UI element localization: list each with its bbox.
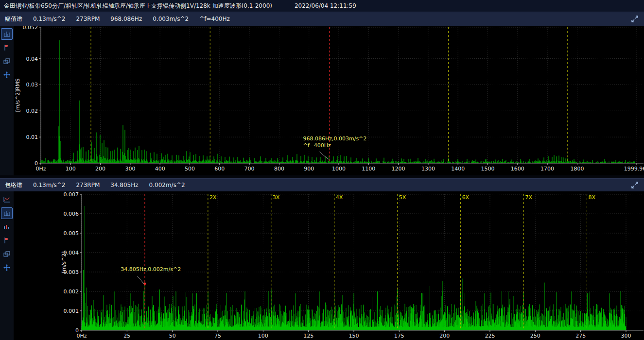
amplitude-panel-body: 00.010.020.030.040.0520Hz100200300400500… [0,26,644,175]
envelope-spectrum-chart[interactable]: 00.0010.0020.0030.0040.0050.0060.0070Hz2… [14,191,644,340]
harmonic-cursor-label: 8X [589,194,596,201]
harmonic-cursor-label: 5X [399,194,406,201]
overlay-windows-icon[interactable] [1,55,13,67]
harmonic-cursor-label: 7X [525,194,533,201]
harmonic-cursor-label: 4X [336,194,343,201]
title-bar: 金田铜业/板带650分厂/粗轧区/轧机轧辊轴承座/轴承座上支撑辊传动侧1V/12… [0,0,644,12]
harmonic-cursor-label: 6X [462,194,470,201]
x-tick-label: 600 [214,166,225,172]
x-tick-label: 800 [274,166,284,172]
x-tick-label: 0Hz [76,333,87,339]
overlay-windows-icon[interactable] [1,248,13,260]
cursor-amplitude: 0.003m/s^2 [153,16,189,22]
y-tick-label: 0.01 [26,134,38,140]
peak-marker-dot [144,283,146,285]
y-tick-label: 0.007 [64,191,79,198]
amplitude-panel-title: 幅值谱 [5,15,22,23]
x-tick-label: 25 [123,333,130,339]
harmonic-cursor-label: 2X [209,194,217,201]
x-tick-label: 1999.961 [624,166,644,172]
x-tick-label: 400 [155,166,165,172]
amplitude-panel-header: 幅值谱 0.13m/s^2 273RPM 968.086Hz 0.003m/s^… [0,12,644,26]
spectrum-view-icon[interactable] [1,28,13,40]
x-tick-label: 300 [621,333,631,339]
x-tick-label: 0Hz [35,166,46,172]
x-tick-label: 1100 [362,166,375,172]
trend-view-icon[interactable] [1,194,13,205]
x-tick-label: 1500 [481,166,495,172]
measurement-path: 金田铜业/板带650分厂/粗轧区/轧机轧辊轴承座/轴承座上支撑辊传动侧1V/12… [4,2,272,10]
cursor-frequency: 968.086Hz [110,16,142,22]
y-tick-label: 0.005 [64,230,79,237]
x-tick-label: 1200 [392,166,405,172]
y-tick-label: 0.02 [26,108,38,114]
expand-chart-icon[interactable] [630,15,639,23]
pan-move-icon[interactable] [1,262,13,273]
expand-chart-icon[interactable] [630,181,639,189]
amplitude-chart-toolbar [0,26,14,175]
x-tick-label: 175 [394,333,404,339]
spectrum-view-icon[interactable] [1,207,13,219]
envelope-panel-title: 包络谱 [5,181,22,189]
cursor-annotation: 968.086Hz,0.003m/s^2 [303,136,366,142]
x-tick-label: 225 [485,333,495,339]
envelope-panel-body: 00.0010.0020.0030.0040.0050.0060.0070Hz2… [0,191,644,340]
cursor-annotation: ^f=400Hz [303,142,331,149]
x-tick-label: 100 [66,166,76,172]
amplitude-spectrum-chart[interactable]: 00.010.020.030.040.0520Hz100200300400500… [14,26,644,175]
y-axis-title: [m/s^2]RMS [15,78,21,112]
x-tick-label: 200 [439,333,450,339]
x-tick-label: 100 [258,333,268,339]
measurement-timestamp: 2022/06/04 12:11:59 [295,2,356,9]
x-tick-label: 200 [95,166,105,172]
x-tick-label: 700 [244,166,255,172]
x-tick-label: 275 [575,333,586,339]
cursor-frequency: 34.805Hz [110,182,138,188]
x-tick-label: 900 [304,166,314,172]
y-tick-label: 0.03 [26,82,38,88]
x-tick-label: 300 [125,166,135,172]
x-tick-label: 1400 [451,166,465,172]
envelope-panel-header: 包络谱 0.13m/s^2 273RPM 34.805Hz 0.002m/s^2 [0,178,644,191]
rms-value: 0.13m/s^2 [33,182,65,188]
y-axis-title: [m/s^2] [61,252,67,273]
x-tick-label: 125 [303,333,313,339]
rms-value: 0.13m/s^2 [33,16,65,22]
y-tick-label: 0.002 [64,289,79,295]
marker-flag-icon[interactable] [1,42,13,53]
rpm-value: 273RPM [76,182,100,188]
marker-flag-icon[interactable] [1,235,13,246]
y-tick-label: 0.052 [23,26,38,31]
y-tick-label: 0.006 [64,211,79,217]
x-tick-label: 75 [214,333,221,339]
y-tick-label: 0.001 [64,308,79,314]
x-tick-label: 1700 [540,166,554,172]
x-tick-label: 500 [185,166,195,172]
delta-frequency: ^f=400Hz [199,16,230,22]
x-tick-label: 150 [349,333,359,339]
histogram-view-icon[interactable] [1,221,13,233]
x-tick-label: 250 [530,333,540,339]
rpm-value: 273RPM [76,16,100,22]
y-tick-label: 0.04 [26,56,38,62]
harmonic-cursor-label: 3X [273,194,280,201]
pan-move-icon[interactable] [1,69,13,81]
x-tick-label: 1800 [570,166,584,172]
x-tick-label: 50 [169,333,176,339]
x-tick-label: 1300 [421,166,435,172]
cursor-annotation: 34.805Hz,0.002m/s^2 [121,266,181,272]
x-tick-label: 1000 [332,166,346,172]
x-tick-label: 1600 [511,166,524,172]
cursor-amplitude: 0.002m/s^2 [149,182,185,188]
envelope-chart-toolbar [0,191,14,340]
